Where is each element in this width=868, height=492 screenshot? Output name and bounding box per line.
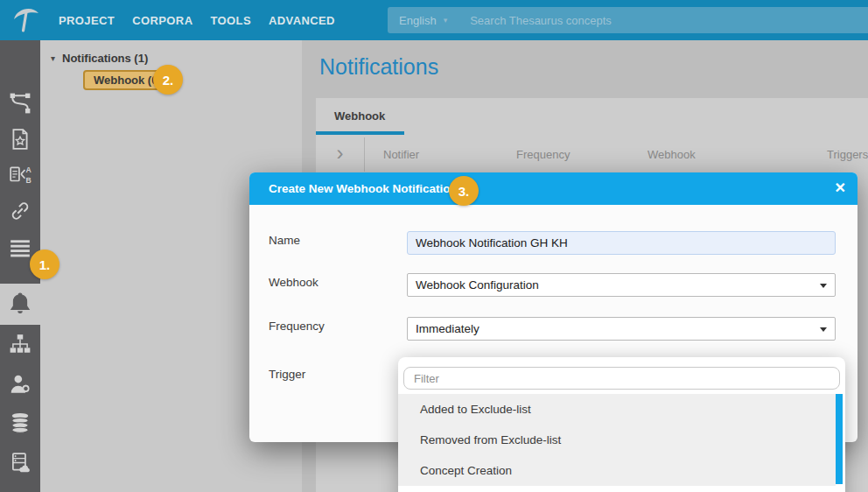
app-window: PROJECT CORPORA TOOLS ADVANCED English ▾ [0,0,868,492]
menu-advanced[interactable]: ADVANCED [269,14,335,27]
frequency-select-value: Immediately [416,322,480,335]
frequency-select[interactable]: Immediately [407,317,836,341]
tree-node-notifications[interactable]: ▾ Notifications (1) [51,52,148,65]
col-header-notifier[interactable]: Notifier [383,148,419,161]
select-caret-icon [820,284,827,288]
tab-webhook-label: Webhook [334,109,385,123]
step-badge-3: 3. [449,176,479,206]
language-caret-icon[interactable]: ▾ [444,16,448,25]
dropdown-option-added-to-exclude-list[interactable]: Added to Exclude-list [398,394,836,425]
dialog-header: Create New Webhook Notification [249,172,858,205]
col-header-frequency[interactable]: Frequency [516,148,570,161]
user-settings-icon[interactable] [0,369,40,399]
menu-tools[interactable]: TOOLS [210,14,251,27]
name-input[interactable] [407,231,836,255]
term-translation-icon[interactable]: A B [0,160,40,190]
language-selector[interactable]: English [399,14,437,27]
relations-curve-icon[interactable] [0,88,40,118]
tree-node-label: Notifications (1) [62,52,148,65]
trigger-field-label: Trigger [269,368,305,381]
col-header-triggers[interactable]: Triggers [827,148,868,161]
close-icon[interactable]: ✕ [835,179,846,197]
dropdown-scrollbar[interactable] [836,394,843,484]
menu-corpora[interactable]: CORPORA [132,14,192,27]
app-logo-umbrella-icon[interactable] [11,4,41,39]
name-field-label: Name [269,234,300,247]
chevron-right-icon: › [337,143,344,164]
thesaurus-search-bar: English ▾ [388,7,868,33]
webhook-select-value: Webhook Configuration [416,278,539,292]
expand-column-header[interactable]: › [316,137,365,172]
svg-text:A: A [25,165,32,174]
trigger-options-list: Added to Exclude-list Removed from Exclu… [398,394,836,486]
col-header-webhook[interactable]: Webhook [648,148,696,161]
step-badge-2: 2. [153,65,183,95]
webhook-table-header: › Notifier Frequency Webhook Triggers [316,137,868,172]
dropdown-option-concept-creation[interactable]: Concept Creation [398,455,836,486]
main-menu: PROJECT CORPORA TOOLS ADVANCED [59,0,335,40]
webhook-select[interactable]: Webhook Configuration [407,273,836,297]
top-navigation-bar: PROJECT CORPORA TOOLS ADVANCED English ▾ [0,0,868,40]
trigger-filter-input[interactable] [403,367,840,390]
step-badge-1: 1. [30,250,60,279]
select-caret-icon [820,327,827,332]
frequency-field-label: Frequency [269,320,325,333]
hierarchy-icon[interactable] [0,329,40,359]
server-cloud-icon[interactable] [0,448,40,478]
dialog-title: Create New Webhook Notification [269,182,458,195]
starred-document-icon[interactable] [0,124,40,154]
link-icon[interactable] [0,196,40,226]
svg-text:B: B [25,176,31,185]
notifications-bell-icon[interactable] [0,289,40,319]
page-title: Notifications [319,54,438,80]
tab-webhook[interactable]: Webhook [316,98,404,131]
webhook-field-label: Webhook [269,276,318,289]
trigger-dropdown-panel: Added to Exclude-list Removed from Exclu… [398,357,845,492]
database-icon[interactable] [0,408,40,438]
collapse-arrow-icon[interactable]: ▾ [51,53,55,63]
active-tab-underline [316,131,404,135]
dropdown-option-removed-from-exclude-list[interactable]: Removed from Exclude-list [398,425,836,455]
menu-project[interactable]: PROJECT [59,14,115,27]
search-input[interactable] [468,13,868,28]
